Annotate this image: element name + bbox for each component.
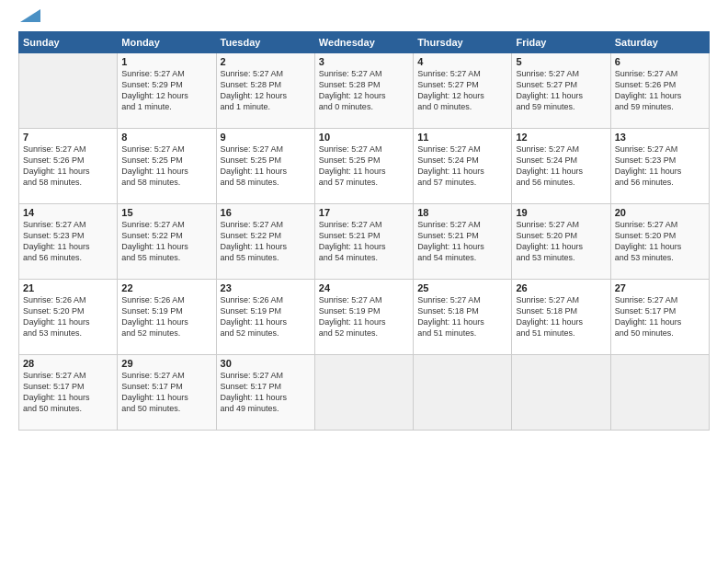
calendar-cell: 12Sunrise: 5:27 AM Sunset: 5:24 PM Dayli… — [512, 129, 610, 204]
day-number: 26 — [516, 282, 606, 293]
day-number: 4 — [417, 56, 507, 67]
calendar-cell: 25Sunrise: 5:27 AM Sunset: 5:18 PM Dayli… — [414, 280, 512, 355]
day-number: 12 — [516, 132, 606, 143]
calendar-cell: 19Sunrise: 5:27 AM Sunset: 5:20 PM Dayli… — [512, 204, 610, 280]
calendar-cell: 21Sunrise: 5:26 AM Sunset: 5:20 PM Dayli… — [19, 280, 118, 355]
day-number: 2 — [221, 56, 311, 67]
calendar-cell: 9Sunrise: 5:27 AM Sunset: 5:25 PM Daylig… — [216, 129, 314, 204]
day-info: Sunrise: 5:27 AM Sunset: 5:17 PM Dayligh… — [615, 294, 705, 339]
calendar-cell: 10Sunrise: 5:27 AM Sunset: 5:25 PM Dayli… — [314, 129, 413, 204]
day-info: Sunrise: 5:27 AM Sunset: 5:18 PM Dayligh… — [417, 294, 507, 339]
day-number: 28 — [23, 358, 113, 369]
svg-marker-0 — [20, 9, 40, 22]
day-number: 6 — [615, 56, 705, 67]
day-info: Sunrise: 5:27 AM Sunset: 5:21 PM Dayligh… — [417, 219, 507, 264]
day-info: Sunrise: 5:27 AM Sunset: 5:19 PM Dayligh… — [319, 294, 409, 339]
calendar-cell: 2Sunrise: 5:27 AM Sunset: 5:28 PM Daylig… — [216, 53, 314, 129]
day-info: Sunrise: 5:27 AM Sunset: 5:24 PM Dayligh… — [516, 144, 606, 189]
col-header-thursday: Thursday — [414, 32, 512, 53]
day-number: 9 — [221, 132, 311, 143]
day-info: Sunrise: 5:27 AM Sunset: 5:20 PM Dayligh… — [615, 219, 705, 264]
calendar-cell: 4Sunrise: 5:27 AM Sunset: 5:27 PM Daylig… — [414, 53, 512, 129]
calendar-cell: 5Sunrise: 5:27 AM Sunset: 5:27 PM Daylig… — [512, 53, 610, 129]
logo — [18, 17, 40, 22]
day-info: Sunrise: 5:27 AM Sunset: 5:17 PM Dayligh… — [23, 370, 113, 415]
calendar-cell: 8Sunrise: 5:27 AM Sunset: 5:25 PM Daylig… — [118, 129, 216, 204]
day-number: 17 — [319, 207, 409, 218]
logo-icon — [20, 9, 40, 22]
week-row-1: 1Sunrise: 5:27 AM Sunset: 5:29 PM Daylig… — [19, 53, 710, 129]
day-number: 25 — [417, 282, 507, 293]
week-row-5: 28Sunrise: 5:27 AM Sunset: 5:17 PM Dayli… — [19, 355, 710, 431]
calendar-cell: 16Sunrise: 5:27 AM Sunset: 5:22 PM Dayli… — [216, 204, 314, 280]
day-info: Sunrise: 5:27 AM Sunset: 5:26 PM Dayligh… — [23, 144, 113, 189]
calendar-cell: 26Sunrise: 5:27 AM Sunset: 5:18 PM Dayli… — [512, 280, 610, 355]
day-number: 10 — [319, 132, 409, 143]
day-number: 24 — [319, 282, 409, 293]
day-info: Sunrise: 5:26 AM Sunset: 5:19 PM Dayligh… — [221, 294, 311, 339]
calendar-cell: 27Sunrise: 5:27 AM Sunset: 5:17 PM Dayli… — [610, 280, 709, 355]
col-header-friday: Friday — [512, 32, 610, 53]
day-number: 14 — [23, 207, 113, 218]
day-number: 7 — [23, 132, 113, 143]
week-row-2: 7Sunrise: 5:27 AM Sunset: 5:26 PM Daylig… — [19, 129, 710, 204]
day-number: 19 — [516, 207, 606, 218]
day-number: 22 — [121, 282, 211, 293]
day-info: Sunrise: 5:27 AM Sunset: 5:24 PM Dayligh… — [417, 144, 507, 189]
day-number: 11 — [417, 132, 507, 143]
calendar-cell: 14Sunrise: 5:27 AM Sunset: 5:23 PM Dayli… — [19, 204, 118, 280]
day-info: Sunrise: 5:27 AM Sunset: 5:21 PM Dayligh… — [319, 219, 409, 264]
calendar-table: SundayMondayTuesdayWednesdayThursdayFrid… — [18, 31, 710, 431]
header — [18, 17, 710, 22]
day-info: Sunrise: 5:27 AM Sunset: 5:26 PM Dayligh… — [615, 68, 705, 113]
day-number: 23 — [221, 282, 311, 293]
day-info: Sunrise: 5:27 AM Sunset: 5:28 PM Dayligh… — [221, 68, 311, 113]
day-info: Sunrise: 5:27 AM Sunset: 5:20 PM Dayligh… — [516, 219, 606, 264]
calendar-cell: 1Sunrise: 5:27 AM Sunset: 5:29 PM Daylig… — [118, 53, 216, 129]
calendar-cell: 20Sunrise: 5:27 AM Sunset: 5:20 PM Dayli… — [610, 204, 709, 280]
day-number: 15 — [121, 207, 211, 218]
page: SundayMondayTuesdayWednesdayThursdayFrid… — [0, 0, 728, 563]
calendar-cell: 23Sunrise: 5:26 AM Sunset: 5:19 PM Dayli… — [216, 280, 314, 355]
calendar-cell: 29Sunrise: 5:27 AM Sunset: 5:17 PM Dayli… — [118, 355, 216, 431]
day-info: Sunrise: 5:27 AM Sunset: 5:25 PM Dayligh… — [121, 144, 211, 189]
calendar-cell: 18Sunrise: 5:27 AM Sunset: 5:21 PM Dayli… — [414, 204, 512, 280]
calendar-cell: 6Sunrise: 5:27 AM Sunset: 5:26 PM Daylig… — [610, 53, 709, 129]
week-row-3: 14Sunrise: 5:27 AM Sunset: 5:23 PM Dayli… — [19, 204, 710, 280]
day-number: 16 — [221, 207, 311, 218]
day-number: 3 — [319, 56, 409, 67]
col-header-sunday: Sunday — [19, 32, 118, 53]
calendar-cell: 24Sunrise: 5:27 AM Sunset: 5:19 PM Dayli… — [314, 280, 413, 355]
calendar-cell — [19, 53, 118, 129]
calendar-cell: 11Sunrise: 5:27 AM Sunset: 5:24 PM Dayli… — [414, 129, 512, 204]
header-row: SundayMondayTuesdayWednesdayThursdayFrid… — [19, 32, 710, 53]
day-info: Sunrise: 5:26 AM Sunset: 5:19 PM Dayligh… — [121, 294, 211, 339]
calendar-cell: 3Sunrise: 5:27 AM Sunset: 5:28 PM Daylig… — [314, 53, 413, 129]
day-number: 29 — [121, 358, 211, 369]
col-header-wednesday: Wednesday — [314, 32, 413, 53]
day-number: 27 — [615, 282, 705, 293]
day-info: Sunrise: 5:27 AM Sunset: 5:23 PM Dayligh… — [615, 144, 705, 189]
day-info: Sunrise: 5:27 AM Sunset: 5:17 PM Dayligh… — [221, 370, 311, 415]
day-info: Sunrise: 5:27 AM Sunset: 5:25 PM Dayligh… — [319, 144, 409, 189]
day-info: Sunrise: 5:27 AM Sunset: 5:28 PM Dayligh… — [319, 68, 409, 113]
day-info: Sunrise: 5:26 AM Sunset: 5:20 PM Dayligh… — [23, 294, 113, 339]
day-number: 5 — [516, 56, 606, 67]
col-header-tuesday: Tuesday — [216, 32, 314, 53]
calendar-cell: 13Sunrise: 5:27 AM Sunset: 5:23 PM Dayli… — [610, 129, 709, 204]
day-number: 18 — [417, 207, 507, 218]
day-number: 8 — [121, 132, 211, 143]
day-number: 20 — [615, 207, 705, 218]
day-info: Sunrise: 5:27 AM Sunset: 5:29 PM Dayligh… — [121, 68, 211, 113]
col-header-monday: Monday — [118, 32, 216, 53]
day-number: 30 — [221, 358, 311, 369]
calendar-cell: 17Sunrise: 5:27 AM Sunset: 5:21 PM Dayli… — [314, 204, 413, 280]
calendar-cell: 22Sunrise: 5:26 AM Sunset: 5:19 PM Dayli… — [118, 280, 216, 355]
calendar-cell — [314, 355, 413, 431]
calendar-cell: 7Sunrise: 5:27 AM Sunset: 5:26 PM Daylig… — [19, 129, 118, 204]
col-header-saturday: Saturday — [610, 32, 709, 53]
day-info: Sunrise: 5:27 AM Sunset: 5:27 PM Dayligh… — [516, 68, 606, 113]
day-info: Sunrise: 5:27 AM Sunset: 5:17 PM Dayligh… — [121, 370, 211, 415]
day-info: Sunrise: 5:27 AM Sunset: 5:27 PM Dayligh… — [417, 68, 507, 113]
day-number: 1 — [121, 56, 211, 67]
